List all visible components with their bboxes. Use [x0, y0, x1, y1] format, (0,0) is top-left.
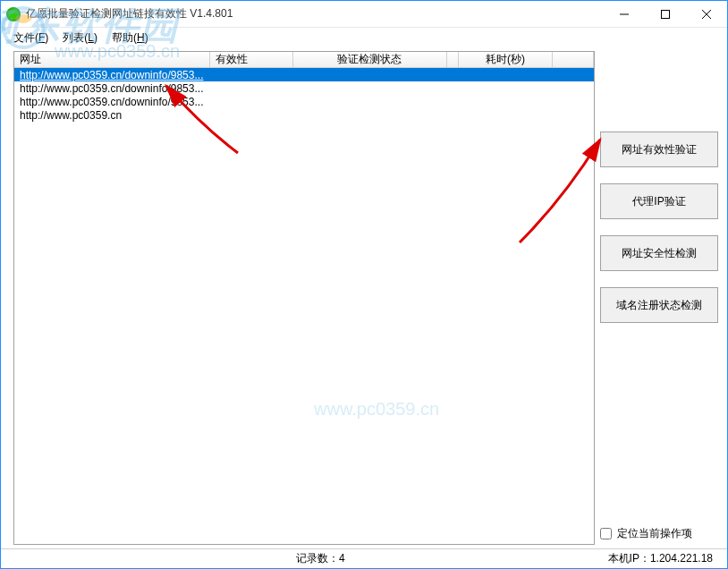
validate-proxy-button[interactable]: 代理IP验证 [600, 183, 718, 219]
minimize-button[interactable] [604, 1, 645, 28]
close-button[interactable] [686, 1, 727, 28]
cell-url: http://www.pc0359.cn [14, 109, 587, 122]
locate-current-checkbox[interactable]: 定位当前操作项 [600, 522, 718, 545]
table-body[interactable]: http://www.pc0359.cn/downinfo/9853...htt… [14, 68, 594, 122]
validate-url-button[interactable]: 网址有效性验证 [600, 132, 718, 167]
col-time[interactable]: 耗时(秒) [459, 52, 554, 67]
col-gap[interactable] [447, 52, 459, 67]
col-valid[interactable]: 有效性 [210, 52, 292, 67]
menu-list[interactable]: 列表(L) [55, 29, 105, 47]
menu-help[interactable]: 帮助(H) [105, 29, 156, 47]
col-status[interactable]: 验证检测状态 [293, 52, 447, 67]
scan-safety-button[interactable]: 网址安全性检测 [600, 235, 718, 271]
record-count: 记录数：4 [296, 551, 345, 566]
local-ip: 本机IP：1.204.221.18 [608, 551, 718, 566]
maximize-button[interactable] [645, 1, 686, 28]
table-row[interactable]: http://www.pc0359.cn [14, 108, 594, 122]
col-url[interactable]: 网址 [14, 52, 210, 67]
svg-rect-1 [662, 10, 670, 18]
menubar: 文件(F) 列表(L) 帮助(H) [1, 28, 727, 47]
scan-domain-button[interactable]: 域名注册状态检测 [600, 287, 718, 323]
app-icon [6, 7, 21, 21]
table-row[interactable]: http://www.pc0359.cn/downinfo/9853... [14, 81, 594, 95]
table-row[interactable]: http://www.pc0359.cn/downinfo/9853... [14, 95, 594, 108]
cell-url: http://www.pc0359.cn/downinfo/9853... [14, 69, 587, 81]
cell-url: http://www.pc0359.cn/downinfo/9853... [14, 82, 587, 95]
locate-current-input[interactable] [600, 528, 612, 539]
window-title: 亿愿批量验证检测网址链接有效性 V1.4.801 [26, 6, 604, 21]
side-panel: 网址有效性验证 代理IP验证 网址安全性检测 域名注册状态检测 定位当前操作项 [595, 47, 727, 548]
titlebar: 亿愿批量验证检测网址链接有效性 V1.4.801 [1, 1, 727, 28]
menu-file[interactable]: 文件(F) [6, 29, 55, 47]
table-row[interactable]: http://www.pc0359.cn/downinfo/9853... [14, 68, 594, 81]
url-table[interactable]: 网址 有效性 验证检测状态 耗时(秒) http://www.pc0359.cn… [13, 51, 595, 545]
statusbar: 记录数：4 本机IP：1.204.221.18 [1, 548, 727, 568]
col-last[interactable] [553, 52, 594, 67]
cell-url: http://www.pc0359.cn/downinfo/9853... [14, 96, 587, 108]
table-header: 网址 有效性 验证检测状态 耗时(秒) [14, 52, 594, 68]
